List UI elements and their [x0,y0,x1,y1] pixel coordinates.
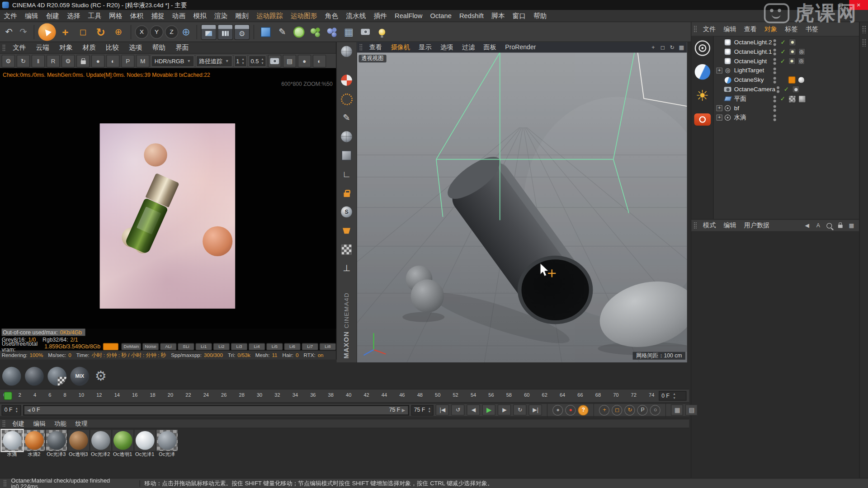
pass-button[interactable]: Li3 [231,343,248,350]
autokey-button[interactable]: ● [566,405,576,415]
record-parameter-toggle[interactable]: P [637,405,648,415]
lock-icon[interactable] [836,221,845,230]
enabled-check-icon[interactable]: ✓ [779,96,786,102]
object-row[interactable]: OctaneSky [713,75,859,85]
rotate-tool[interactable]: ↻ [92,23,109,40]
camera-tag-icon[interactable] [792,86,799,93]
menu-item[interactable]: 帮助 [530,13,551,19]
viewport-menu-item[interactable]: ProRender [501,44,541,51]
fcurve-editor-button[interactable]: ▤ [685,404,698,415]
next-key-button[interactable]: ↻ [514,404,527,415]
material-thumbnail[interactable] [1,430,23,451]
mix-material-button[interactable]: MIX [71,367,90,386]
skip-end-button[interactable]: ▶| [529,404,542,415]
octane-menu-item[interactable]: 云端 [31,44,54,51]
material-thumbnail[interactable] [112,430,133,451]
menu-item[interactable]: 捕捉 [147,13,169,19]
octane-sky-icon[interactable] [693,62,712,81]
viewport-menu-item[interactable]: 查看 [365,44,387,51]
keyframe-help-button[interactable]: ? [578,405,589,415]
viewport-menu-item[interactable]: 选项 [436,44,458,51]
camera-create-button[interactable] [358,24,373,39]
visibility-dots[interactable] [772,48,778,55]
object-manager-tab[interactable]: 标签 [781,26,802,32]
spinner-icon[interactable]: ▲▼ [241,58,245,65]
octane-render-canvas[interactable]: Check:0ms./0ms. MeshGen:0ms. Update[M]:0… [0,68,336,329]
material-item[interactable]: Oc光泽2 [90,430,111,465]
current-frame-box[interactable]: 0 F▲▼ [659,391,686,401]
material-item[interactable]: Oc光泽 [156,430,178,465]
coordinate-system-button[interactable]: ⊕ [179,25,193,38]
light-tag-icon[interactable] [788,39,796,46]
menu-item[interactable]: 窗口 [509,13,530,19]
material-menu-item[interactable]: 创建 [8,421,29,427]
enabled-check-icon[interactable]: ✓ [780,49,787,55]
object-manager-tab[interactable]: 查看 [740,26,760,32]
material-menu-item[interactable]: 纹理 [71,421,92,427]
axis-lock-button[interactable]: ⊥ [340,261,354,276]
menu-item[interactable]: 工具 [84,13,105,19]
gamma-stepper[interactable]: 0.5▲▼ [249,55,266,67]
object-row[interactable]: OctaneLight.1 ✓◎ [713,47,859,56]
menu-item[interactable]: 雕刻 [231,13,253,19]
palette-grip-icon[interactable] [693,25,697,33]
menu-item[interactable]: 脚本 [487,13,509,19]
menu-item[interactable]: 创建 [42,13,63,19]
menu-item[interactable]: 流水线 [342,13,370,19]
material-thumbnail[interactable] [68,430,89,451]
zoom-view-icon[interactable]: ◻ [659,43,666,51]
play-button[interactable]: ▶ [482,404,495,415]
object-row[interactable]: +◎ LightTarget [713,66,859,75]
history-back-icon[interactable]: ◀ [803,221,812,230]
visibility-dots[interactable] [772,105,777,112]
viewport-menu-item[interactable]: 显示 [415,44,436,51]
render-ball-button[interactable]: ● [298,55,311,67]
menu-item[interactable]: 体积 [126,13,147,19]
spinner-icon[interactable]: ▲▼ [428,407,431,413]
material-menu-item[interactable]: 功能 [50,421,71,427]
menu-item[interactable]: 插件 [370,13,391,19]
maximize-button[interactable]: □ [833,0,849,10]
viewport-menu-item[interactable]: 过滤 [458,44,479,51]
palette-grip-icon[interactable] [2,44,5,51]
expand-icon[interactable]: + [716,114,722,120]
material-item[interactable]: Oc光泽3 [45,430,67,465]
pass-button[interactable]: Li8 [320,343,336,350]
target-tag-icon[interactable]: ◎ [798,48,805,56]
visibility-dots[interactable] [772,77,777,84]
prev-key-button[interactable]: ↺ [451,404,464,415]
menu-item[interactable]: 动画 [168,13,189,19]
pass-button[interactable]: Li4 [249,343,265,350]
object-row[interactable]: OctaneLight.2 ✓ [713,38,859,47]
material-tag-icon[interactable] [788,95,796,103]
light-tag-icon[interactable] [788,57,796,65]
light-tag-icon[interactable] [788,48,796,56]
record-keyframe-button[interactable]: ● [553,405,563,415]
octane-camera-icon[interactable] [693,110,712,129]
pass-button[interactable]: Li1 [195,343,212,350]
colorspace-select[interactable]: HDR/sRGB▼ [151,55,194,67]
menu-item[interactable]: 角色 [321,13,342,19]
menu-item[interactable]: Octane [426,13,456,19]
palette-grip-icon[interactable] [3,480,6,487]
octane-settings-button[interactable]: ⚙ [93,369,108,384]
object-row[interactable]: 平面 ✓ [713,94,859,103]
material-item[interactable]: Oc光泽1 [134,430,156,465]
axis-mode-button[interactable] [340,92,354,106]
material-thumbnail[interactable] [24,430,45,451]
octane-settings-button[interactable]: ⚙ [2,55,15,67]
pass-button[interactable]: SLi [178,343,194,350]
paint-button[interactable] [340,224,354,238]
focus-picker-button[interactable]: P [121,55,134,67]
menu-item[interactable]: RealFlow [391,13,426,19]
axis-lock-button[interactable]: Y [150,25,163,38]
pass-button[interactable]: DeMain [122,343,142,350]
make-editable-button[interactable] [340,44,354,59]
point-mode-button[interactable]: ✎ [340,111,354,125]
close-button[interactable]: × [849,0,868,10]
playhead-marker[interactable] [4,392,12,400]
timeline-editor-button[interactable]: ▦ [671,404,684,415]
viewport-menu-item[interactable]: 摄像机 [387,44,415,51]
material-thumbnail[interactable] [90,430,111,451]
menu-item[interactable]: Redshift [455,13,487,19]
